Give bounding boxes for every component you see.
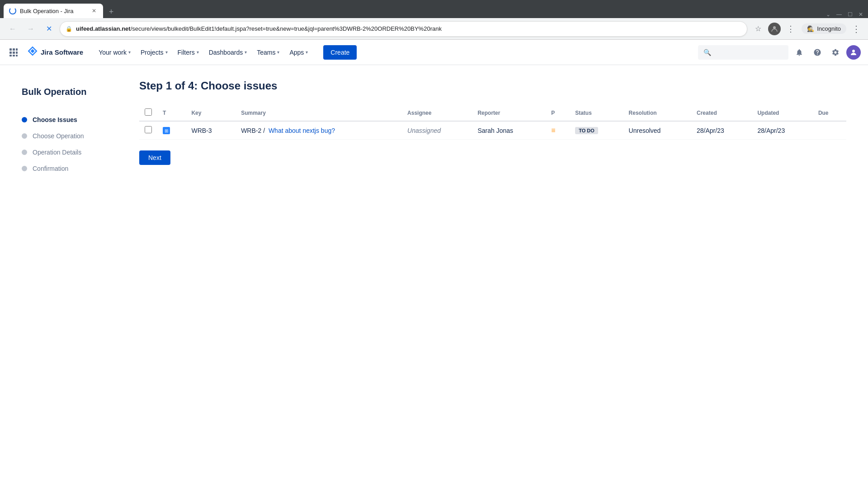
sidebar: Bulk Operation Choose Issues Choose Oper… (22, 80, 112, 474)
select-all-checkbox[interactable] (145, 108, 152, 116)
steps-list: Choose Issues Choose Operation Operation… (22, 112, 112, 177)
toolbar-actions: ☆ ⋮ (751, 22, 798, 36)
content-area: Step 1 of 4: Choose issues T Key Summary… (139, 80, 846, 474)
step-choose-operation: Choose Operation (22, 128, 112, 144)
col-reporter: Reporter (472, 105, 546, 121)
svg-point-0 (773, 26, 776, 29)
svg-rect-4 (9, 52, 12, 54)
incognito-label: Incognito (817, 25, 841, 32)
maximize-button[interactable]: ☐ (846, 11, 854, 18)
issue-type-cell (157, 121, 186, 140)
row-select-checkbox[interactable] (145, 126, 152, 133)
notifications-button[interactable] (792, 45, 807, 60)
step-dot-operation-details (22, 150, 27, 155)
tab-close-button[interactable]: ✕ (90, 7, 98, 14)
issues-table: T Key Summary Assignee Reporter P Status… (139, 105, 846, 140)
col-summary: Summary (236, 105, 402, 121)
nav-your-work[interactable]: Your work ▾ (94, 46, 135, 59)
chevron-down-icon: ▾ (277, 50, 279, 55)
incognito-icon: 🕵️ (807, 25, 814, 32)
svg-rect-8 (13, 55, 15, 56)
svg-rect-1 (9, 48, 12, 51)
url-text: uifeed.atlassian.net/secure/views/bulked… (76, 25, 741, 32)
issue-priority-cell: ≡ (546, 121, 570, 140)
tab-bar: Bulk Operation - Jira ✕ + ⌄ — ☐ ✕ (0, 0, 868, 18)
settings-button[interactable] (828, 45, 843, 60)
table-body: WRB-3 WRB-2 / What about nextjs bug? Una… (139, 121, 846, 140)
bookmark-button[interactable]: ☆ (751, 22, 765, 36)
col-type: T (157, 105, 186, 121)
step-label-operation-details: Operation Details (33, 149, 81, 156)
step-dot-choose-issues (22, 117, 27, 122)
select-all-header (139, 105, 157, 121)
chevron-down-icon: ▾ (245, 50, 247, 55)
issue-summary-link[interactable]: What about nextjs bug? (269, 127, 335, 134)
table-header-row: T Key Summary Assignee Reporter P Status… (139, 105, 846, 121)
issue-created-cell: 28/Apr/23 (691, 121, 752, 140)
main-content: Bulk Operation Choose Issues Choose Oper… (0, 65, 868, 488)
nav-teams[interactable]: Teams ▾ (252, 46, 284, 59)
issue-key-cell: WRB-3 (186, 121, 236, 140)
issue-resolution-cell: Unresolved (623, 121, 691, 140)
help-button[interactable] (810, 45, 825, 60)
priority-medium-icon: ≡ (551, 127, 555, 135)
chevron-down-icon: ▾ (197, 50, 199, 55)
lock-icon: 🔒 (66, 26, 72, 32)
active-tab[interactable]: Bulk Operation - Jira ✕ (4, 4, 103, 18)
create-button[interactable]: Create (323, 45, 357, 60)
profile-button[interactable] (767, 22, 782, 36)
incognito-badge[interactable]: 🕵️ Incognito (802, 23, 846, 34)
status-badge: TO DO (575, 127, 598, 134)
tab-favicon (9, 7, 16, 14)
restore-button[interactable]: — (835, 11, 843, 18)
back-button[interactable]: ← (5, 22, 20, 36)
step-label-confirmation: Confirmation (33, 165, 68, 172)
jira-logo-icon (27, 46, 38, 59)
main-nav: Your work ▾ Projects ▾ Filters ▾ Dashboa… (94, 46, 312, 59)
close-window-button[interactable]: ✕ (857, 11, 864, 18)
step-label-choose-issues: Choose Issues (33, 116, 77, 123)
nav-filters[interactable]: Filters ▾ (173, 46, 203, 59)
col-status: Status (570, 105, 623, 121)
new-tab-button[interactable]: + (105, 5, 118, 18)
svg-rect-3 (16, 48, 18, 51)
app-switcher-button[interactable] (7, 46, 20, 59)
jira-logo[interactable]: Jira Software (27, 46, 83, 59)
issue-parent-key: WRB-2 / (241, 127, 265, 134)
user-avatar[interactable] (846, 45, 861, 60)
table-header: T Key Summary Assignee Reporter P Status… (139, 105, 846, 121)
table-row: WRB-3 WRB-2 / What about nextjs bug? Una… (139, 121, 846, 140)
step-header: Step 1 of 4: Choose issues (139, 80, 846, 92)
issue-due-cell (813, 121, 846, 140)
search-box[interactable]: 🔍 (698, 45, 788, 60)
issue-reporter-cell: Sarah Jonas (472, 121, 546, 140)
forward-button[interactable]: → (24, 22, 38, 36)
chevron-down-icon: ▾ (128, 50, 131, 55)
browser-toolbar: ← → ✕ 🔒 uifeed.atlassian.net/secure/view… (0, 18, 868, 40)
issue-updated-cell: 28/Apr/23 (752, 121, 812, 140)
address-bar[interactable]: 🔒 uifeed.atlassian.net/secure/views/bulk… (60, 21, 747, 37)
issue-key: WRB-3 (191, 127, 212, 134)
app-header: Jira Software Your work ▾ Projects ▾ Fil… (0, 40, 868, 65)
step-dot-confirmation (22, 166, 27, 171)
nav-apps[interactable]: Apps ▾ (285, 46, 312, 59)
step-choose-issues: Choose Issues (22, 112, 112, 128)
nav-dashboards[interactable]: Dashboards ▾ (204, 46, 252, 59)
tab-title: Bulk Operation - Jira (20, 8, 87, 14)
svg-rect-7 (9, 55, 12, 56)
svg-rect-5 (13, 52, 15, 54)
chevron-down-icon: ▾ (165, 50, 168, 55)
issue-type-icon (163, 127, 170, 134)
reload-button[interactable]: ✕ (42, 22, 56, 36)
issue-summary-cell: WRB-2 / What about nextjs bug? (236, 121, 402, 140)
jira-logo-text: Jira Software (41, 48, 83, 56)
col-created: Created (691, 105, 752, 121)
col-updated: Updated (752, 105, 812, 121)
browser-chrome: Bulk Operation - Jira ✕ + ⌄ — ☐ ✕ ← → ✕ … (0, 0, 868, 40)
svg-rect-9 (16, 55, 18, 56)
chrome-menu-button[interactable]: ⋮ (850, 23, 863, 34)
nav-projects[interactable]: Projects ▾ (136, 46, 172, 59)
extensions-button[interactable]: ⋮ (783, 22, 798, 36)
issue-status-cell: TO DO (570, 121, 623, 140)
next-button[interactable]: Next (139, 150, 170, 165)
